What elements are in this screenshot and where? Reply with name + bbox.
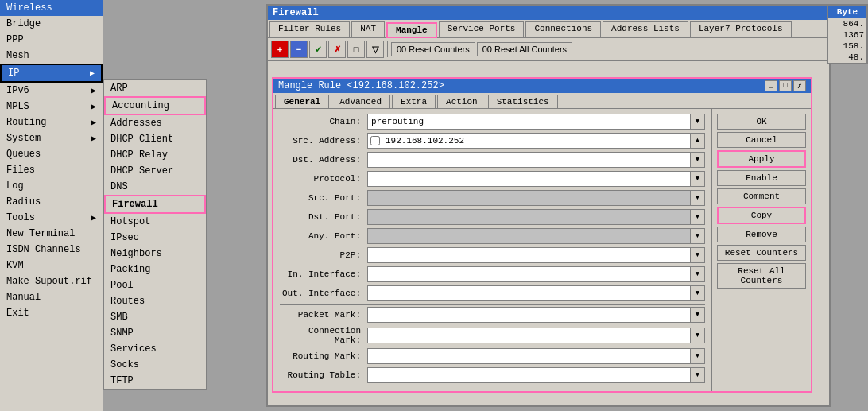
protocol-btn[interactable]: ▼: [690, 172, 704, 186]
submenu-routes[interactable]: Routes: [104, 293, 206, 309]
x-button[interactable]: ✗: [328, 41, 346, 58]
ok-button[interactable]: OK: [717, 114, 806, 130]
p2p-input[interactable]: [368, 250, 690, 261]
close-button[interactable]: ✗: [793, 80, 806, 91]
submenu-socks[interactable]: Socks: [104, 357, 206, 373]
any-port-input[interactable]: [368, 231, 690, 242]
dst-port-btn[interactable]: ▼: [690, 210, 704, 224]
sidebar-item-files[interactable]: Files: [0, 162, 103, 178]
sidebar-item-system[interactable]: System ▶: [0, 130, 103, 146]
sidebar-item-ppp[interactable]: PPP: [0, 32, 103, 48]
copy-button[interactable]: Copy: [717, 207, 806, 224]
chain-input[interactable]: [368, 116, 690, 127]
sidebar-item-mesh[interactable]: Mesh: [0, 48, 103, 64]
chain-select[interactable]: ▼: [367, 114, 705, 130]
apply-button[interactable]: Apply: [717, 150, 806, 168]
mangle-tab-statistics[interactable]: Statistics: [488, 95, 558, 108]
dst-address-field[interactable]: ▼: [367, 152, 705, 168]
routing-mark-btn[interactable]: ▼: [690, 349, 704, 363]
packet-mark-input[interactable]: [368, 309, 690, 320]
sidebar-item-tools[interactable]: Tools ▶: [0, 210, 103, 226]
maximize-button[interactable]: □: [779, 80, 792, 91]
sidebar-item-ip[interactable]: IP ▶: [0, 64, 103, 83]
packet-mark-btn[interactable]: ▼: [690, 308, 704, 322]
sidebar-item-mpls[interactable]: MPLS ▶: [0, 99, 103, 114]
tab-mangle[interactable]: Mangle: [386, 22, 437, 38]
src-address-field[interactable]: ▲: [367, 133, 705, 149]
mangle-tab-advanced[interactable]: Advanced: [331, 95, 390, 108]
submenu-hotspot[interactable]: Hotspot: [104, 214, 206, 230]
out-interface-field[interactable]: ▼: [367, 285, 705, 301]
mangle-tab-general[interactable]: General: [275, 95, 329, 108]
sidebar-item-exit[interactable]: Exit: [0, 305, 103, 321]
reset-all-counters-dialog-button[interactable]: Reset All Counters: [717, 263, 806, 289]
dst-address-btn[interactable]: ▼: [690, 153, 704, 167]
submenu-tftp[interactable]: TFTP: [104, 373, 206, 389]
sidebar-item-isdn[interactable]: ISDN Channels: [0, 242, 103, 258]
sidebar-item-wireless[interactable]: Wireless: [0, 0, 103, 16]
submenu-pool[interactable]: Pool: [104, 277, 206, 293]
reset-all-counters-button[interactable]: 00 Reset All Counters: [477, 42, 572, 56]
tab-filter-rules[interactable]: Filter Rules: [269, 21, 350, 37]
any-port-field[interactable]: ▼: [367, 228, 705, 244]
connection-mark-field[interactable]: ▼: [367, 328, 705, 343]
tab-connections[interactable]: Connections: [525, 21, 601, 37]
src-port-field[interactable]: ▼: [367, 190, 705, 206]
sidebar-item-ipv6[interactable]: IPv6 ▶: [0, 83, 103, 99]
src-port-input[interactable]: [368, 192, 690, 204]
submenu-ipsec[interactable]: IPsec: [104, 230, 206, 246]
src-port-btn[interactable]: ▼: [690, 191, 704, 205]
submenu-smb[interactable]: SMB: [104, 309, 206, 325]
in-interface-btn[interactable]: ▼: [690, 267, 704, 281]
reset-counters-button[interactable]: 00 Reset Counters: [391, 42, 475, 56]
any-port-btn[interactable]: ▼: [690, 229, 704, 243]
tab-layer7[interactable]: Layer7 Protocols: [690, 21, 792, 37]
submenu-services[interactable]: Services: [104, 341, 206, 357]
submenu-dhcp-relay[interactable]: DHCP Relay: [104, 147, 206, 163]
submenu-neighbors[interactable]: Neighbors: [104, 246, 206, 262]
dst-port-input[interactable]: [368, 211, 690, 223]
mangle-tab-action[interactable]: Action: [437, 95, 486, 108]
protocol-input[interactable]: [368, 173, 690, 184]
packet-mark-field[interactable]: ▼: [367, 307, 705, 323]
chain-dropdown-btn[interactable]: ▼: [690, 114, 704, 129]
out-interface-input[interactable]: [368, 288, 690, 299]
connection-mark-btn[interactable]: ▼: [690, 328, 704, 343]
remove-button[interactable]: −: [290, 41, 308, 58]
submenu-dns[interactable]: DNS: [104, 179, 206, 195]
submenu-accounting[interactable]: Accounting: [104, 96, 206, 115]
dst-address-input[interactable]: [368, 154, 690, 165]
sidebar-item-radius[interactable]: Radius: [0, 194, 103, 210]
cancel-button[interactable]: Cancel: [717, 132, 806, 148]
sidebar-item-kvm[interactable]: KVM: [0, 258, 103, 273]
reset-counters-dialog-button[interactable]: Reset Counters: [717, 245, 806, 261]
submenu-addresses[interactable]: Addresses: [104, 115, 206, 131]
sidebar-item-routing[interactable]: Routing ▶: [0, 114, 103, 130]
sidebar-item-queues[interactable]: Queues: [0, 146, 103, 162]
remove-dialog-button[interactable]: Remove: [717, 227, 806, 242]
src-address-input[interactable]: [382, 135, 690, 146]
in-interface-input[interactable]: [368, 269, 690, 280]
sidebar-item-new-terminal[interactable]: New Terminal: [0, 226, 103, 242]
mangle-tab-extra[interactable]: Extra: [392, 95, 436, 108]
tab-address-lists[interactable]: Address Lists: [603, 21, 688, 37]
comment-button[interactable]: Comment: [717, 188, 806, 204]
check-button[interactable]: ✓: [309, 41, 327, 58]
submenu-dhcp-server[interactable]: DHCP Server: [104, 163, 206, 179]
submenu-arp[interactable]: ARP: [104, 80, 206, 96]
routing-table-input[interactable]: [368, 370, 690, 381]
sidebar-item-log[interactable]: Log: [0, 178, 103, 194]
sidebar-item-make-supout[interactable]: Make Supout.rif: [0, 273, 103, 289]
submenu-dhcp-client[interactable]: DHCP Client: [104, 131, 206, 147]
in-interface-field[interactable]: ▼: [367, 266, 705, 282]
protocol-field[interactable]: ▼: [367, 171, 705, 187]
routing-mark-input[interactable]: [368, 351, 690, 362]
p2p-btn[interactable]: ▼: [690, 248, 704, 262]
routing-mark-field[interactable]: ▼: [367, 348, 705, 364]
dst-port-field[interactable]: ▼: [367, 209, 705, 225]
routing-table-field[interactable]: ▼: [367, 367, 705, 383]
add-button[interactable]: +: [271, 41, 289, 58]
enable-button[interactable]: Enable: [717, 170, 806, 186]
p2p-field[interactable]: ▼: [367, 247, 705, 263]
minimize-button[interactable]: _: [765, 80, 777, 91]
